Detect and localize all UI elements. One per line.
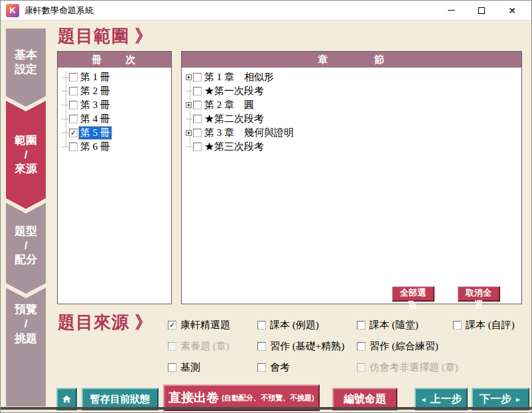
chapter-tree-item[interactable]: 第 1 章 相似形 — [186, 70, 274, 84]
tree-connector — [62, 91, 68, 91]
window-controls: ✕ — [436, 1, 527, 21]
title-bar: K 康軒數學命題系統 ✕ — [1, 1, 531, 21]
source-option-textbook-class[interactable]: 課本 (隨堂) — [357, 319, 419, 331]
chapter-tree-item[interactable]: ★第一次段考 — [186, 84, 264, 98]
volume-checkbox[interactable] — [69, 101, 78, 109]
source-section-heading: 題目來源 》 — [58, 311, 153, 334]
source-checkbox-checked[interactable]: ✓ — [168, 321, 176, 329]
tab-label: 基本 — [15, 48, 37, 62]
chapter-tree-item[interactable]: 第 2 章 圓 — [186, 98, 254, 112]
chapter-checkbox[interactable] — [193, 87, 202, 95]
volume-label[interactable]: 第 6 冊 — [80, 141, 110, 153]
source-option-label: 課本 (例題) — [270, 319, 319, 331]
volume-checkbox[interactable] — [69, 87, 78, 95]
expand-icon[interactable] — [186, 74, 193, 80]
direct-export-label: 直接出卷 — [168, 389, 219, 406]
tab-label: 範圍 — [15, 133, 37, 148]
source-option-textbook-example[interactable]: 課本 (例題) — [257, 319, 319, 331]
chapter-checkbox[interactable] — [193, 73, 202, 82]
source-checkbox[interactable] — [168, 363, 176, 372]
source-option-textbook-self[interactable]: 課本 (自評) — [453, 319, 515, 331]
tab-label: 預覽 — [15, 302, 37, 317]
chapter-label[interactable]: 第 3 章 幾何與證明 — [204, 127, 294, 139]
app-window: K 康軒數學命題系統 ✕ 基本 設定 範圍 / 來源 題型 / 配分 預覽 / … — [0, 0, 532, 413]
volume-tree-item[interactable]: 第 6 冊 — [62, 140, 110, 154]
tree-connector — [186, 119, 193, 119]
range-section-heading: 題目範圍 》 — [58, 25, 153, 48]
source-checkbox-disabled — [357, 363, 366, 372]
next-step-label: 下一步 — [480, 392, 511, 406]
volume-panel: 冊 次 第 1 冊 第 2 冊 第 3 冊 第 4 冊 ✓ 第 5 冊 — [57, 51, 172, 304]
source-option-label: 素養題 (章) — [180, 340, 230, 353]
volume-label-selected[interactable]: 第 5 冊 — [79, 127, 111, 139]
tab-preview-pick[interactable]: 預覽 / 挑題 — [6, 288, 46, 406]
source-option-workbook-comprehensive[interactable]: 習作 (綜合練習) — [357, 340, 438, 353]
source-option-cap-exam[interactable]: 會考 — [257, 361, 290, 374]
source-option-label: 康軒精選題 — [180, 319, 230, 331]
chapter-tree-item[interactable]: ★第二次段考 — [186, 112, 264, 126]
tab-range-source[interactable]: 範圍 / 來源 — [6, 101, 46, 209]
volume-checkbox[interactable] — [69, 73, 78, 82]
tab-label: 配分 — [15, 253, 37, 267]
source-checkbox-disabled — [168, 342, 176, 351]
select-all-button[interactable]: 全部選取 — [392, 286, 434, 302]
source-option-literacy-disabled: 素養題 (章) — [168, 340, 230, 353]
source-checkbox[interactable] — [357, 321, 366, 329]
arrow-left-icon: ◄ — [421, 396, 427, 403]
source-option-kangxuan[interactable]: ✓ 康軒精選題 — [168, 319, 230, 331]
maximize-button[interactable] — [466, 1, 497, 21]
chapter-tree-item[interactable]: 第 3 章 幾何與證明 — [186, 126, 294, 140]
volume-tree-item-selected[interactable]: ✓ 第 5 冊 — [62, 126, 111, 140]
source-option-label: 基測 — [180, 361, 200, 374]
chapter-label[interactable]: ★第一次段考 — [204, 85, 264, 97]
source-checkbox[interactable] — [257, 321, 266, 329]
volume-label[interactable]: 第 4 冊 — [80, 113, 110, 125]
tree-connector — [62, 133, 68, 133]
source-checkbox[interactable] — [257, 342, 266, 351]
chapter-checkbox[interactable] — [193, 115, 202, 123]
tab-label: / — [25, 317, 28, 331]
volume-checkbox[interactable] — [69, 143, 78, 151]
direct-export-note: (自動配分、不預覽、不挑題) — [222, 393, 314, 403]
source-option-workbook-basic[interactable]: 習作 (基礎+精熟) — [257, 340, 344, 353]
volume-tree-item[interactable]: 第 1 冊 — [62, 70, 110, 84]
chapter-checkbox[interactable] — [193, 143, 202, 151]
source-option-label: 課本 (隨堂) — [369, 319, 419, 331]
maximize-icon — [478, 7, 485, 14]
source-checkbox[interactable] — [257, 363, 266, 372]
arrow-right-icon: ► — [515, 396, 521, 403]
source-option-label: 課本 (自評) — [466, 319, 515, 331]
chapter-label[interactable]: 第 2 章 圓 — [204, 99, 254, 111]
chapter-label[interactable]: 第 1 章 相似形 — [204, 71, 274, 84]
volume-tree-item[interactable]: 第 3 冊 — [62, 98, 110, 112]
volume-label[interactable]: 第 1 冊 — [80, 71, 110, 84]
volume-label[interactable]: 第 2 冊 — [80, 85, 110, 97]
source-option-basic-test[interactable]: 基測 — [168, 361, 200, 374]
window-title: 康軒數學命題系統 — [25, 5, 94, 17]
volume-label[interactable]: 第 3 冊 — [80, 99, 110, 111]
minimize-button[interactable] — [436, 1, 466, 21]
deselect-all-button[interactable]: 取消全選 — [458, 286, 500, 302]
volume-checkbox[interactable] — [69, 115, 78, 123]
chapter-label[interactable]: ★第二次段考 — [204, 113, 264, 125]
source-option-label: 仿會考非選擇題 (章) — [369, 361, 458, 374]
volume-checkbox-checked[interactable]: ✓ — [69, 129, 78, 137]
volume-tree-item[interactable]: 第 4 冊 — [62, 112, 110, 126]
source-checkbox[interactable] — [453, 321, 462, 329]
source-checkbox[interactable] — [357, 342, 366, 351]
expand-icon[interactable] — [186, 130, 193, 136]
volume-tree-item[interactable]: 第 2 冊 — [62, 84, 110, 98]
chapter-checkbox[interactable] — [193, 101, 202, 109]
tab-label: 題型 — [15, 224, 37, 239]
source-option-mock-nonchoice-disabled: 仿會考非選擇題 (章) — [357, 361, 458, 374]
source-option-label: 習作 (綜合練習) — [369, 340, 438, 353]
chapter-tree-item[interactable]: ★第三次段考 — [186, 140, 264, 154]
tab-question-type-scoring[interactable]: 題型 / 配分 — [6, 203, 46, 294]
chapter-panel-header: 章 節 — [182, 52, 521, 68]
expand-icon[interactable] — [186, 102, 193, 108]
chapter-checkbox[interactable] — [193, 129, 202, 137]
chapter-label[interactable]: ★第三次段考 — [204, 141, 264, 153]
tree-connector — [62, 119, 68, 119]
close-button[interactable]: ✕ — [497, 1, 527, 21]
tab-basic-settings[interactable]: 基本 設定 — [6, 29, 46, 107]
